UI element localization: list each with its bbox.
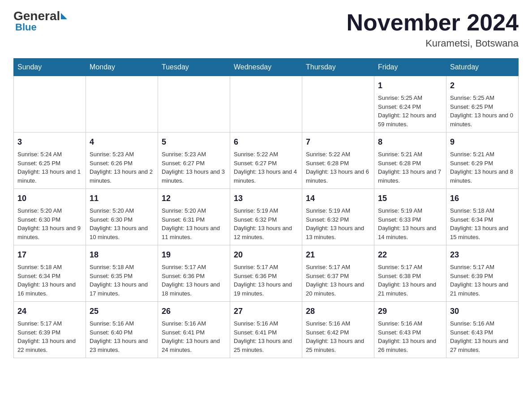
day-info: Sunrise: 5:17 AMSunset: 6:37 PMDaylight:… bbox=[306, 263, 370, 298]
day-number: 17 bbox=[17, 249, 82, 261]
day-info: Sunrise: 5:17 AMSunset: 6:38 PMDaylight:… bbox=[378, 263, 442, 298]
day-number: 15 bbox=[378, 193, 442, 205]
calendar-cell: 1Sunrise: 5:25 AMSunset: 6:24 PMDaylight… bbox=[374, 76, 446, 133]
day-number: 9 bbox=[450, 136, 515, 148]
day-info: Sunrise: 5:17 AMSunset: 6:36 PMDaylight:… bbox=[234, 263, 298, 298]
calendar-cell: 3Sunrise: 5:24 AMSunset: 6:25 PMDaylight… bbox=[14, 133, 86, 189]
calendar-cell: 29Sunrise: 5:16 AMSunset: 6:43 PMDayligh… bbox=[374, 302, 446, 358]
day-info: Sunrise: 5:21 AMSunset: 6:28 PMDaylight:… bbox=[378, 150, 442, 185]
day-number: 4 bbox=[90, 136, 154, 148]
day-number: 5 bbox=[162, 136, 226, 148]
calendar-week-row: 24Sunrise: 5:17 AMSunset: 6:39 PMDayligh… bbox=[14, 302, 519, 358]
day-number: 30 bbox=[450, 305, 515, 317]
day-number: 7 bbox=[306, 136, 370, 148]
day-info: Sunrise: 5:24 AMSunset: 6:25 PMDaylight:… bbox=[17, 150, 82, 185]
day-info: Sunrise: 5:16 AMSunset: 6:43 PMDaylight:… bbox=[378, 319, 442, 354]
day-info: Sunrise: 5:20 AMSunset: 6:30 PMDaylight:… bbox=[90, 206, 154, 241]
weekday-header-friday: Friday bbox=[374, 59, 446, 76]
day-number: 13 bbox=[234, 193, 298, 205]
day-number: 27 bbox=[234, 305, 298, 317]
day-info: Sunrise: 5:17 AMSunset: 6:39 PMDaylight:… bbox=[17, 319, 82, 354]
day-number: 3 bbox=[17, 136, 82, 148]
calendar-table: SundayMondayTuesdayWednesdayThursdayFrid… bbox=[13, 58, 519, 358]
day-info: Sunrise: 5:17 AMSunset: 6:36 PMDaylight:… bbox=[162, 263, 226, 298]
day-info: Sunrise: 5:19 AMSunset: 6:32 PMDaylight:… bbox=[234, 206, 298, 241]
day-info: Sunrise: 5:23 AMSunset: 6:27 PMDaylight:… bbox=[162, 150, 226, 185]
day-info: Sunrise: 5:16 AMSunset: 6:42 PMDaylight:… bbox=[306, 319, 370, 354]
calendar-cell: 12Sunrise: 5:20 AMSunset: 6:31 PMDayligh… bbox=[158, 189, 230, 245]
calendar-cell: 9Sunrise: 5:21 AMSunset: 6:29 PMDaylight… bbox=[446, 133, 519, 189]
weekday-header-sunday: Sunday bbox=[14, 59, 86, 76]
calendar-cell bbox=[158, 76, 230, 133]
title-block: November 2024 Kurametsi, Botswana bbox=[347, 9, 519, 49]
calendar-cell: 15Sunrise: 5:19 AMSunset: 6:33 PMDayligh… bbox=[374, 189, 446, 245]
day-number: 19 bbox=[162, 249, 226, 261]
calendar-cell: 13Sunrise: 5:19 AMSunset: 6:32 PMDayligh… bbox=[230, 189, 302, 245]
calendar-cell bbox=[14, 76, 86, 133]
day-info: Sunrise: 5:19 AMSunset: 6:33 PMDaylight:… bbox=[378, 206, 442, 241]
calendar-cell: 8Sunrise: 5:21 AMSunset: 6:28 PMDaylight… bbox=[374, 133, 446, 189]
day-number: 8 bbox=[378, 136, 442, 148]
calendar-cell: 17Sunrise: 5:18 AMSunset: 6:34 PMDayligh… bbox=[14, 245, 86, 302]
day-info: Sunrise: 5:16 AMSunset: 6:41 PMDaylight:… bbox=[234, 319, 298, 354]
calendar-cell: 18Sunrise: 5:18 AMSunset: 6:35 PMDayligh… bbox=[86, 245, 158, 302]
calendar-cell: 21Sunrise: 5:17 AMSunset: 6:37 PMDayligh… bbox=[302, 245, 374, 302]
weekday-header-tuesday: Tuesday bbox=[158, 59, 230, 76]
page-header: General Blue November 2024 Kurametsi, Bo… bbox=[13, 9, 519, 49]
day-number: 28 bbox=[306, 305, 370, 317]
day-number: 29 bbox=[378, 305, 442, 317]
day-number: 26 bbox=[162, 305, 226, 317]
day-info: Sunrise: 5:21 AMSunset: 6:29 PMDaylight:… bbox=[450, 150, 515, 185]
weekday-header-saturday: Saturday bbox=[446, 59, 519, 76]
day-number: 11 bbox=[90, 193, 154, 205]
day-info: Sunrise: 5:23 AMSunset: 6:26 PMDaylight:… bbox=[90, 150, 154, 185]
day-info: Sunrise: 5:19 AMSunset: 6:32 PMDaylight:… bbox=[306, 206, 370, 241]
day-info: Sunrise: 5:18 AMSunset: 6:34 PMDaylight:… bbox=[450, 206, 515, 241]
calendar-cell: 27Sunrise: 5:16 AMSunset: 6:41 PMDayligh… bbox=[230, 302, 302, 358]
calendar-cell: 16Sunrise: 5:18 AMSunset: 6:34 PMDayligh… bbox=[446, 189, 519, 245]
calendar-cell: 23Sunrise: 5:17 AMSunset: 6:39 PMDayligh… bbox=[446, 245, 519, 302]
day-number: 25 bbox=[90, 305, 154, 317]
day-info: Sunrise: 5:16 AMSunset: 6:41 PMDaylight:… bbox=[162, 319, 226, 354]
calendar-cell: 5Sunrise: 5:23 AMSunset: 6:27 PMDaylight… bbox=[158, 133, 230, 189]
calendar-week-row: 3Sunrise: 5:24 AMSunset: 6:25 PMDaylight… bbox=[14, 133, 519, 189]
calendar-week-row: 10Sunrise: 5:20 AMSunset: 6:30 PMDayligh… bbox=[14, 189, 519, 245]
logo-blue: Blue bbox=[15, 21, 37, 33]
day-info: Sunrise: 5:22 AMSunset: 6:28 PMDaylight:… bbox=[306, 150, 370, 185]
weekday-header-monday: Monday bbox=[86, 59, 158, 76]
day-info: Sunrise: 5:18 AMSunset: 6:34 PMDaylight:… bbox=[17, 263, 82, 298]
month-title: November 2024 bbox=[347, 9, 519, 36]
weekday-header-wednesday: Wednesday bbox=[230, 59, 302, 76]
calendar-cell: 28Sunrise: 5:16 AMSunset: 6:42 PMDayligh… bbox=[302, 302, 374, 358]
calendar-cell: 14Sunrise: 5:19 AMSunset: 6:32 PMDayligh… bbox=[302, 189, 374, 245]
day-number: 12 bbox=[162, 193, 226, 205]
calendar-cell bbox=[230, 76, 302, 133]
day-info: Sunrise: 5:20 AMSunset: 6:30 PMDaylight:… bbox=[17, 206, 82, 241]
calendar-cell: 24Sunrise: 5:17 AMSunset: 6:39 PMDayligh… bbox=[14, 302, 86, 358]
day-info: Sunrise: 5:16 AMSunset: 6:40 PMDaylight:… bbox=[90, 319, 154, 354]
day-number: 21 bbox=[306, 249, 370, 261]
day-number: 20 bbox=[234, 249, 298, 261]
day-number: 14 bbox=[306, 193, 370, 205]
calendar-cell: 7Sunrise: 5:22 AMSunset: 6:28 PMDaylight… bbox=[302, 133, 374, 189]
calendar-cell: 25Sunrise: 5:16 AMSunset: 6:40 PMDayligh… bbox=[86, 302, 158, 358]
calendar-cell: 19Sunrise: 5:17 AMSunset: 6:36 PMDayligh… bbox=[158, 245, 230, 302]
calendar-cell: 30Sunrise: 5:16 AMSunset: 6:43 PMDayligh… bbox=[446, 302, 519, 358]
calendar-week-row: 17Sunrise: 5:18 AMSunset: 6:34 PMDayligh… bbox=[14, 245, 519, 302]
day-info: Sunrise: 5:25 AMSunset: 6:25 PMDaylight:… bbox=[450, 94, 515, 128]
calendar-cell: 2Sunrise: 5:25 AMSunset: 6:25 PMDaylight… bbox=[446, 76, 519, 133]
day-info: Sunrise: 5:22 AMSunset: 6:27 PMDaylight:… bbox=[234, 150, 298, 185]
weekday-header-row: SundayMondayTuesdayWednesdayThursdayFrid… bbox=[14, 59, 519, 76]
location: Kurametsi, Botswana bbox=[347, 38, 519, 49]
calendar-week-row: 1Sunrise: 5:25 AMSunset: 6:24 PMDaylight… bbox=[14, 76, 519, 133]
weekday-header-thursday: Thursday bbox=[302, 59, 374, 76]
calendar-cell: 22Sunrise: 5:17 AMSunset: 6:38 PMDayligh… bbox=[374, 245, 446, 302]
day-info: Sunrise: 5:16 AMSunset: 6:43 PMDaylight:… bbox=[450, 319, 515, 354]
day-number: 23 bbox=[450, 249, 515, 261]
day-number: 6 bbox=[234, 136, 298, 148]
calendar-cell: 4Sunrise: 5:23 AMSunset: 6:26 PMDaylight… bbox=[86, 133, 158, 189]
calendar-cell: 6Sunrise: 5:22 AMSunset: 6:27 PMDaylight… bbox=[230, 133, 302, 189]
day-number: 16 bbox=[450, 193, 515, 205]
day-info: Sunrise: 5:18 AMSunset: 6:35 PMDaylight:… bbox=[90, 263, 154, 298]
calendar-cell: 11Sunrise: 5:20 AMSunset: 6:30 PMDayligh… bbox=[86, 189, 158, 245]
